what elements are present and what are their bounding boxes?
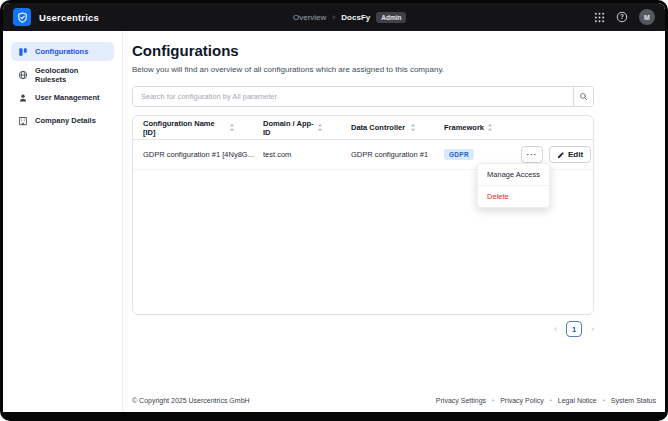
- usercentrics-logo-icon: [13, 8, 31, 26]
- framework-cell: GDPR: [444, 149, 521, 160]
- footer-links: Privacy Settings • Privacy Policy • Lega…: [436, 397, 656, 404]
- pagination-page-1[interactable]: 1: [566, 321, 582, 337]
- building-icon: [18, 116, 28, 126]
- body: Configurations Geolocation Rulesets: [3, 31, 665, 412]
- pagination-prev-icon[interactable]: ‹: [554, 325, 557, 334]
- search-bar: [132, 86, 594, 107]
- footer: © Copyright 2025 Usercentrics GmbH Priva…: [132, 388, 656, 412]
- main-content: Configurations Below you will find an ov…: [123, 31, 665, 412]
- footer-separator: •: [550, 397, 552, 403]
- breadcrumb-overview-link[interactable]: Overview: [293, 13, 326, 22]
- sidebar-item-label: Company Details: [35, 116, 96, 125]
- row-context-menu: Manage Access Delete: [477, 163, 550, 208]
- copyright-text: © Copyright 2025 Usercentrics GmbH: [132, 397, 250, 404]
- pagination-next-icon[interactable]: ›: [591, 325, 594, 334]
- search-input[interactable]: [133, 87, 573, 106]
- window-frame: Usercentrics Overview › DocsFy Admin: [0, 0, 668, 421]
- sort-icon: [410, 123, 416, 132]
- column-header-configuration-name[interactable]: Configuration Name [ID]: [143, 119, 263, 137]
- help-icon[interactable]: ?: [616, 11, 628, 23]
- pencil-icon: [557, 151, 565, 159]
- breadcrumb: Overview › DocsFy Admin: [293, 12, 406, 23]
- svg-text:?: ?: [620, 13, 624, 20]
- search-icon: [579, 92, 588, 101]
- page-title: Configurations: [132, 42, 594, 59]
- sidebar-item-label: User Management: [35, 93, 100, 102]
- user-avatar[interactable]: M: [639, 9, 655, 25]
- sidebar-item-configurations[interactable]: Configurations: [11, 42, 114, 61]
- menu-item-delete[interactable]: Delete: [478, 185, 549, 207]
- column-header-data-controller[interactable]: Data Controller: [351, 123, 444, 132]
- app-window: Usercentrics Overview › DocsFy Admin: [3, 3, 665, 412]
- column-header-framework[interactable]: Framework: [444, 123, 521, 132]
- sidebar-item-geolocation-rulesets[interactable]: Geolocation Rulesets: [11, 65, 114, 84]
- sidebar-item-company-details[interactable]: Company Details: [11, 111, 114, 130]
- data-controller-cell: GDPR configuration #1: [351, 150, 444, 159]
- menu-item-manage-access[interactable]: Manage Access: [478, 164, 549, 185]
- sort-icon: [487, 123, 493, 132]
- sidebar-item-user-management[interactable]: User Management: [11, 88, 114, 107]
- sidebar-item-label: Configurations: [35, 47, 88, 56]
- configurations-icon: [18, 47, 28, 57]
- breadcrumb-chevron-icon: ›: [332, 13, 335, 22]
- globe-icon: [18, 70, 28, 80]
- search-button[interactable]: [573, 87, 593, 106]
- topbar-actions: ? M: [594, 9, 655, 25]
- footer-link-privacy-policy[interactable]: Privacy Policy: [500, 397, 544, 404]
- table-header-row: Configuration Name [ID] Domain / App-ID: [133, 116, 593, 140]
- page-subtitle: Below you will find an overview of all c…: [132, 65, 594, 74]
- pagination: ‹ 1 ›: [132, 321, 594, 337]
- column-header-domain-app-id[interactable]: Domain / App-ID: [263, 119, 351, 137]
- footer-separator: •: [603, 397, 605, 403]
- row-actions: ··· Edit: [521, 146, 591, 163]
- apps-grid-icon[interactable]: [594, 12, 605, 23]
- domain-cell: test.com: [263, 150, 351, 159]
- footer-separator: •: [492, 397, 494, 403]
- admin-role-badge: Admin: [376, 12, 406, 23]
- framework-badge: GDPR: [444, 149, 474, 160]
- sidebar-item-label: Geolocation Rulesets: [35, 66, 107, 84]
- configurations-page: Configurations Below you will find an ov…: [132, 31, 594, 337]
- footer-link-legal-notice[interactable]: Legal Notice: [558, 397, 597, 404]
- configuration-name-cell: GDPR configuration #1 [4Ny8G...: [143, 150, 263, 159]
- sort-icon: [317, 123, 323, 132]
- more-actions-button[interactable]: ···: [521, 146, 543, 163]
- sidebar: Configurations Geolocation Rulesets: [3, 31, 123, 412]
- user-icon: [18, 93, 28, 103]
- footer-link-system-status[interactable]: System Status: [611, 397, 656, 404]
- sort-icon: [229, 123, 235, 132]
- footer-link-privacy-settings[interactable]: Privacy Settings: [436, 397, 486, 404]
- topbar: Usercentrics Overview › DocsFy Admin: [3, 3, 665, 31]
- configurations-table: Configuration Name [ID] Domain / App-ID: [132, 115, 594, 315]
- breadcrumb-current-page: DocsFy: [341, 13, 370, 22]
- brand-name: Usercentrics: [39, 12, 99, 23]
- edit-button[interactable]: Edit: [549, 146, 591, 163]
